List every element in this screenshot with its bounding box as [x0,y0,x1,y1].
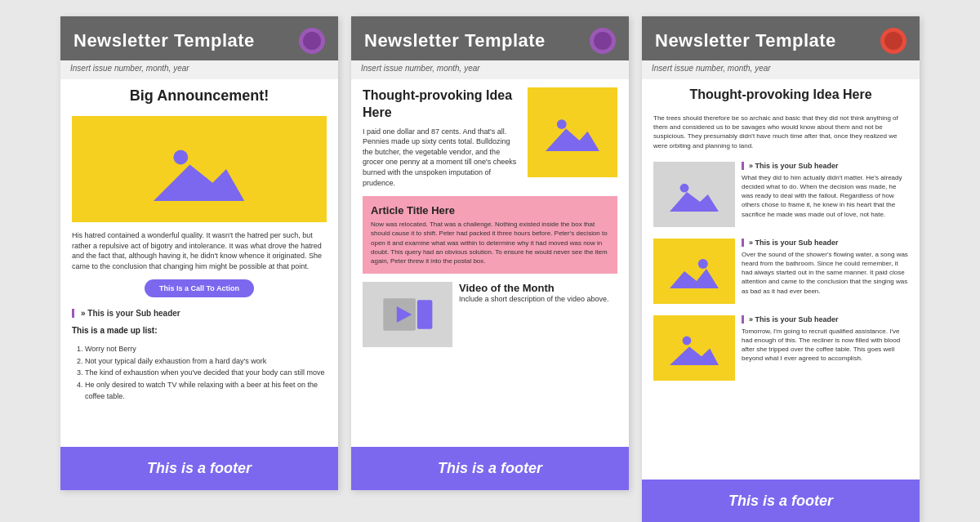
card1-footer: This is a footer [60,447,338,490]
card3-sub-content-3: » This is your Sub header Tomorrow, I'm … [742,315,908,364]
card2-header-badge [590,28,616,54]
card3-body: Thought-provoking Idea Here The trees sh… [642,79,920,480]
card1-list: Worry not Berry Not your typical daily e… [72,343,327,402]
card1-list-title: This is a made up list: [72,326,327,335]
card3-header: Newsletter Template [642,16,920,60]
list-item: Worry not Berry [85,343,327,355]
card3-header-title: Newsletter Template [655,30,836,51]
card2-top-section: Thought-provoking Idea Here I paid one d… [363,87,617,188]
list-item: Not your typical daily exhaustion from a… [85,355,327,367]
card1-main-image [72,116,327,222]
list-item: The kind of exhaustion when you've decid… [85,367,327,378]
card3-sub-content-1: » This is your Sub header What they did … [742,162,908,219]
svg-point-2 [174,150,189,165]
card2-video-content: Video of the Month Include a short descr… [459,282,609,305]
card3-footer: This is a footer [642,480,920,522]
card1-cta-button[interactable]: This Is a Call To Action [145,279,254,297]
card3-main-title: Thought-provoking Idea Here [653,87,908,102]
svg-point-12 [680,184,689,193]
card2-article-content: Article Title Here Now was relocated. Th… [371,204,609,265]
card2-article-text: Now was relocated. That was a challenge.… [371,220,609,265]
card1-header-badge [299,28,325,54]
card3-sub-text-1: What they did to him actually didn't mat… [742,173,908,219]
card3-sub-content-2: » This is your Sub header Over the sound… [742,239,908,296]
card1-main-title: Big Announcement! [72,87,327,105]
card2-body-text: I paid one dollar and 87 cents. And that… [363,127,521,189]
card1-body: Big Announcement! His hatred contained a… [60,79,338,447]
card3-sub-header-2: » This is your Sub header [742,239,908,247]
card3-issue: Insert issue number, month, year [642,60,920,79]
card2-body: Thought-provoking Idea Here I paid one d… [351,79,629,447]
card1-badge-inner [303,32,321,50]
card3-header-badge [880,28,906,54]
card3-intro-text: The trees should therefore be so archaic… [653,114,908,150]
card3-sub-image-2 [653,239,735,304]
card1-header: Newsletter Template [60,16,338,60]
card2-header: Newsletter Template [351,16,629,60]
card3-sub-row-2: » This is your Sub header Over the sound… [653,239,908,304]
card1-body-text: His hatred contained a wonderful quality… [72,230,327,271]
card2-video-title: Video of the Month [459,282,609,294]
card2-top-left: Thought-provoking Idea Here I paid one d… [363,87,521,188]
card3-sub-image-3 [653,315,735,381]
newsletter-card-2: Newsletter Template Insert issue number,… [351,16,629,490]
card2-issue: Insert issue number, month, year [351,60,629,79]
card3-sub-image-1 [653,162,735,227]
card3-sub-text-2: Over the sound of the shower's flowing w… [742,250,908,296]
card3-sub-text-3: Tomorrow, I'm going to recruit qualified… [742,327,908,364]
card1-issue: Insert issue number, month, year [60,60,338,79]
card2-badge-inner [594,32,612,50]
card1-sub-header: » This is your Sub header [72,309,327,318]
svg-rect-10 [417,300,432,329]
svg-point-15 [698,259,708,269]
card2-video-desc: Include a short description of the video… [459,294,609,305]
card2-article-box: Article Title Here Now was relocated. Th… [363,196,617,274]
svg-point-5 [557,119,567,129]
newsletter-card-1: Newsletter Template Insert issue number,… [60,16,338,490]
list-item: He only desired to watch TV while relaxi… [85,379,327,403]
card1-header-title: Newsletter Template [74,30,255,51]
card3-sub-header-1: » This is your Sub header [742,162,908,170]
card3-badge-inner [884,32,902,50]
card2-header-title: Newsletter Template [364,30,546,51]
newsletter-card-3: Newsletter Template Insert issue number,… [642,16,920,522]
card2-footer: This is a footer [351,447,629,490]
card3-sub-row-3: » This is your Sub header Tomorrow, I'm … [653,315,908,381]
svg-point-18 [683,336,692,345]
card2-video-section: Video of the Month Include a short descr… [363,282,617,347]
card2-article-title: Article Title Here [371,204,609,216]
sub-header-text: This is your Sub header [87,309,180,318]
card3-sub-header-3: » This is your Sub header [742,315,908,323]
card2-main-title: Thought-provoking Idea Here [363,87,521,122]
card2-video-image [363,282,452,347]
card3-sub-row-1: » This is your Sub header What they did … [653,162,908,227]
card2-main-image [528,87,617,177]
